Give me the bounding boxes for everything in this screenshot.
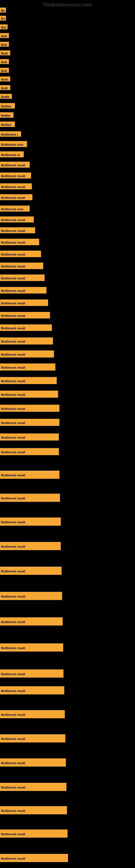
- bar-item: Bottleneck resu: [0, 141, 27, 147]
- bar-label: Bottleneck result: [0, 542, 61, 550]
- bar-item: Bottl: [0, 76, 10, 82]
- bar-item: Bottleneck result: [0, 405, 59, 412]
- bar-item: Bott: [0, 68, 9, 73]
- bar-label: Bottleneck result: [0, 262, 43, 269]
- bar-label: Bottleneck result: [0, 419, 59, 426]
- bar-item: Bottleneck result: [0, 471, 59, 479]
- bar-label: Bottleneck result: [0, 324, 52, 331]
- bar-label: Bott: [0, 42, 9, 46]
- bar-item: Bottleneck result: [0, 216, 34, 222]
- bar-item: Bottle: [0, 94, 12, 99]
- bar-label: Bottl: [0, 85, 10, 90]
- bar-label: Bottleneck result: [0, 686, 64, 694]
- bar-item: Bottleneck result: [0, 350, 54, 358]
- bar-label: Bottleneck result: [0, 216, 34, 222]
- bar-item: Bottleneck result: [0, 854, 68, 862]
- bar-item: Bottleneck result: [0, 183, 32, 189]
- bar-label: Bottleneck result: [0, 617, 63, 625]
- bar-label: Bott: [0, 59, 9, 64]
- bar-item: Bottleneck result: [0, 162, 30, 167]
- bar-item: Bottleneck result: [0, 337, 53, 344]
- bar-item: Bottleneck result: [0, 518, 61, 526]
- bar-item: Bottleneck result: [0, 567, 61, 575]
- bar-label: Bottleneck result: [0, 350, 54, 358]
- bar-item: Bottleneck result: [0, 686, 64, 694]
- bar-label: Bottleneck result: [0, 162, 30, 167]
- bar-label: Bottleneck result: [0, 251, 41, 257]
- bar-label: Bottleneck r: [0, 131, 21, 137]
- bar-label: Bo: [0, 16, 6, 21]
- bar-item: Bottlen: [0, 103, 15, 108]
- bar-label: Bottle: [0, 94, 12, 99]
- bar-label: Bottleneck resu: [0, 141, 27, 147]
- bar-item: Bottleneck r: [0, 131, 21, 137]
- bar-item: Bo: [0, 8, 6, 12]
- bar-item: Bottleneck result: [0, 783, 66, 791]
- bar-item: Bottleneck result: [0, 617, 63, 625]
- bar-label: Bottleneck result: [0, 364, 55, 371]
- bar-label: Bottlen: [0, 103, 15, 108]
- bar-item: Bottleneck result: [0, 173, 31, 179]
- bar-label: Bottler: [0, 112, 13, 118]
- bar-item: Bott: [0, 33, 9, 38]
- bar-label: Bottleneck result: [0, 670, 63, 678]
- bar-item: Bottleneck result: [0, 194, 32, 200]
- bar-label: Bottleneck result: [0, 518, 61, 526]
- bar-label: Bottleneck result: [0, 239, 39, 245]
- bar-item: Bottleneck result: [0, 251, 41, 257]
- bar-item: Bo: [0, 16, 6, 21]
- bar-item: Bottleneck result: [0, 287, 46, 293]
- bar-label: Bottleneck re: [0, 151, 24, 157]
- bar-item: Bottleneck result: [0, 710, 65, 718]
- bar-label: Bottleneck result: [0, 194, 32, 200]
- bar-item: Bottl: [0, 51, 10, 55]
- bar-label: Bottl: [0, 76, 10, 82]
- bar-label: Bottleneck result: [0, 337, 53, 344]
- bar-label: Bottleneck result: [0, 275, 45, 281]
- bar-item: Bottleneck result: [0, 391, 58, 398]
- bar-label: Bottleneck result: [0, 567, 61, 575]
- bar-item: Bottleneck result: [0, 494, 60, 502]
- bar-item: Bottleneck result: [0, 364, 55, 371]
- bar-label: Bottleneck result: [0, 471, 59, 479]
- bar-label: Bo: [0, 8, 6, 12]
- bar-label: Bott: [0, 68, 9, 73]
- bar-label: Bottlen: [0, 122, 15, 127]
- bar-item: Bottleneck result: [0, 227, 35, 233]
- bar-item: Bottleneck result: [0, 419, 59, 426]
- bar-label: Bottleneck result: [0, 854, 68, 862]
- bar-item: Bottleneck result: [0, 592, 62, 600]
- bar-item: Bottleneck result: [0, 830, 68, 838]
- bar-item: Bottleneck re: [0, 151, 24, 157]
- bar-item: Bottleneck result: [0, 377, 57, 384]
- bar-label: Bottleneck result: [0, 710, 65, 718]
- bar-item: Bottleneck result: [0, 758, 66, 767]
- bar-item: Bottl: [0, 85, 10, 90]
- bar-item: Bottleneck resu: [0, 206, 30, 212]
- bar-label: Bottleneck result: [0, 806, 67, 814]
- bar-item: Bottler: [0, 112, 13, 118]
- bar-item: Bottleneck result: [0, 275, 45, 281]
- bar-label: Bott: [0, 33, 9, 38]
- bar-item: Bot: [0, 24, 8, 29]
- bar-label: Bottleneck result: [0, 783, 66, 791]
- bar-label: Bottleneck result: [0, 448, 59, 455]
- bar-label: Bottleneck result: [0, 173, 31, 179]
- bar-label: Bottleneck result: [0, 227, 35, 233]
- bar-label: Bottleneck result: [0, 300, 48, 306]
- bar-label: Bottleneck result: [0, 183, 32, 189]
- bar-item: Bottlen: [0, 122, 15, 127]
- bar-label: Bottleneck result: [0, 377, 57, 384]
- bar-item: Bottleneck result: [0, 300, 48, 306]
- bar-label: Bottleneck result: [0, 643, 63, 652]
- bar-label: Bottleneck result: [0, 433, 59, 440]
- bar-item: Bottleneck result: [0, 448, 59, 455]
- bar-item: Bottleneck result: [0, 670, 63, 678]
- bar-label: Bottleneck result: [0, 734, 65, 742]
- bar-label: Bottleneck result: [0, 405, 59, 412]
- bar-item: Bottleneck result: [0, 239, 39, 245]
- bar-label: Bottleneck result: [0, 830, 68, 838]
- bar-item: Bottleneck result: [0, 262, 43, 269]
- bar-item: Bottleneck result: [0, 643, 63, 652]
- bar-label: Bottleneck result: [0, 592, 62, 600]
